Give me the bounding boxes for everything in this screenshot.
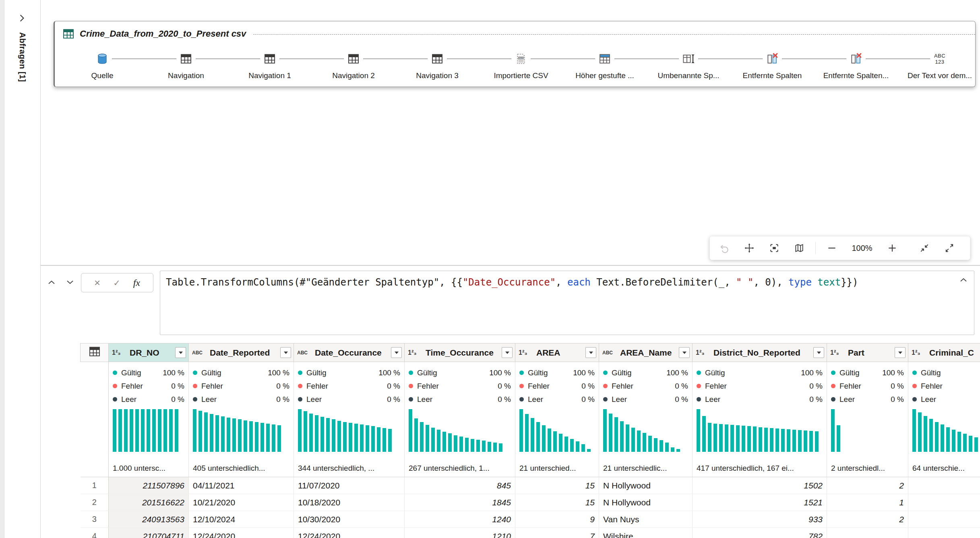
- column-filter-dropdown[interactable]: [175, 347, 186, 358]
- expand-all-button[interactable]: [941, 239, 958, 257]
- next-step-button[interactable]: [63, 276, 77, 288]
- query-step-umbenannte-sp[interactable]: Umbenannte Sp...: [647, 41, 730, 80]
- cell-AREA[interactable]: 15: [515, 477, 599, 494]
- cell-AREA_Name[interactable]: N Hollywood: [599, 494, 693, 511]
- cell-Date_Reported[interactable]: 04/11/2021: [189, 477, 294, 494]
- column-filter-dropdown[interactable]: [679, 347, 690, 358]
- query-step-navigation-3[interactable]: Navigation 3: [395, 41, 479, 80]
- minimap-button[interactable]: [790, 239, 808, 257]
- cell-Date_Reported[interactable]: 12/10/2024: [189, 511, 294, 528]
- query-step-quelle[interactable]: Quelle: [60, 41, 144, 80]
- text-type-icon[interactable]: ABC: [602, 350, 617, 356]
- row-number[interactable]: 4: [81, 528, 109, 538]
- row-number[interactable]: 1: [81, 477, 109, 494]
- cell-Date_Occurance[interactable]: 10/18/2020: [294, 494, 405, 511]
- value-distribution-chart[interactable]: [603, 409, 688, 452]
- query-step-importierte-csv[interactable]: CSVImportierte CSV: [479, 41, 563, 80]
- number-type-icon[interactable]: 1²₃: [696, 349, 710, 356]
- cell-Time_Occurance[interactable]: 1210: [405, 528, 515, 538]
- query-step-der-text-vor-dem[interactable]: ABC123Der Text vor dem...: [898, 41, 976, 80]
- previous-step-button[interactable]: [45, 276, 58, 288]
- cell-Criminal_C[interactable]: [908, 494, 980, 511]
- formula-text[interactable]: Table.TransformColumns(#"Geänderter Spal…: [166, 277, 858, 288]
- column-header-Time_Occurance[interactable]: 1²₃Time_Occurance: [405, 343, 515, 362]
- query-step-entfernte-spalten[interactable]: Entfernte Spalten...: [814, 41, 898, 80]
- cell-Criminal_C[interactable]: [908, 477, 980, 494]
- cell-AREA[interactable]: 7: [515, 528, 599, 538]
- value-distribution-chart[interactable]: [298, 409, 400, 452]
- cell-Date_Reported[interactable]: 10/21/2020: [189, 494, 294, 511]
- cell-District_No_Reported[interactable]: 933: [693, 511, 827, 528]
- column-header-AREA_Name[interactable]: ABCAREA_Name: [599, 343, 693, 362]
- select-all-table-button[interactable]: [81, 343, 109, 362]
- pan-to-center-button[interactable]: [740, 239, 758, 257]
- cell-Date_Reported[interactable]: 12/24/2020: [189, 528, 294, 538]
- query-step-navigation[interactable]: Navigation: [144, 41, 228, 80]
- undo-layout-button[interactable]: [715, 239, 733, 257]
- column-header-Criminal_C[interactable]: 1²₃Criminal_C: [908, 343, 980, 362]
- cell-AREA_Name[interactable]: N Hollywood: [599, 477, 693, 494]
- cell-AREA[interactable]: 9: [515, 511, 599, 528]
- column-header-AREA[interactable]: 1²₃AREA: [515, 343, 599, 362]
- cell-Date_Occurance[interactable]: 11/07/2020: [294, 477, 405, 494]
- cell-Date_Occurance[interactable]: 10/30/2020: [294, 511, 405, 528]
- number-type-icon[interactable]: 1²₃: [830, 349, 845, 356]
- value-distribution-chart[interactable]: [912, 409, 980, 452]
- zoom-out-button[interactable]: [823, 239, 841, 257]
- column-filter-dropdown[interactable]: [813, 347, 824, 358]
- cell-Time_Occurance[interactable]: 1240: [405, 511, 515, 528]
- value-distribution-chart[interactable]: [697, 409, 823, 452]
- query-step-entfernte-spalten[interactable]: Entfernte Spalten: [730, 41, 814, 80]
- value-distribution-chart[interactable]: [409, 409, 511, 452]
- cancel-formula-button[interactable]: ×: [94, 277, 100, 288]
- zoom-in-button[interactable]: [883, 239, 901, 257]
- cell-Criminal_C[interactable]: [908, 511, 980, 528]
- column-header-District_No_Reported[interactable]: 1²₃District_No_Reported: [693, 343, 827, 362]
- row-number[interactable]: 2: [81, 494, 109, 511]
- cell-District_No_Reported[interactable]: 782: [693, 528, 827, 538]
- query-step-navigation-1[interactable]: Navigation 1: [228, 41, 312, 80]
- collapse-all-button[interactable]: [916, 239, 933, 257]
- column-header-Part[interactable]: 1²₃Part: [827, 343, 908, 362]
- cell-Part[interactable]: 2: [827, 477, 908, 494]
- text-type-icon[interactable]: ABC: [192, 350, 207, 356]
- formula-input[interactable]: Table.TransformColumns(#"Geänderter Spal…: [160, 271, 974, 335]
- cell-DR_NO[interactable]: 240913563: [109, 511, 189, 528]
- query-step-höher-gestufte[interactable]: Höher gestufte ...: [563, 41, 647, 80]
- cell-AREA[interactable]: 15: [515, 494, 599, 511]
- value-distribution-chart[interactable]: [193, 409, 289, 452]
- expand-queries-pane-button[interactable]: [16, 12, 28, 24]
- column-filter-dropdown[interactable]: [895, 347, 906, 358]
- cell-Part[interactable]: 1: [827, 494, 908, 511]
- value-distribution-chart[interactable]: [831, 409, 904, 452]
- number-type-icon[interactable]: 1²₃: [519, 349, 533, 356]
- cell-District_No_Reported[interactable]: 1521: [693, 494, 827, 511]
- cell-AREA_Name[interactable]: Van Nuys: [599, 511, 693, 528]
- cell-Date_Occurance[interactable]: 12/24/2020: [294, 528, 405, 538]
- cell-DR_NO[interactable]: 211507896: [109, 477, 189, 494]
- cell-Part[interactable]: [827, 528, 908, 538]
- fit-to-screen-button[interactable]: [765, 239, 783, 257]
- collapse-formula-bar-button[interactable]: [959, 277, 968, 284]
- column-filter-dropdown[interactable]: [391, 347, 402, 358]
- column-filter-dropdown[interactable]: [280, 347, 291, 358]
- cell-District_No_Reported[interactable]: 1502: [693, 477, 827, 494]
- column-header-Date_Reported[interactable]: ABCDate_Reported: [189, 343, 294, 362]
- value-distribution-chart[interactable]: [113, 409, 184, 452]
- cell-DR_NO[interactable]: 201516622: [109, 494, 189, 511]
- number-type-icon[interactable]: 1²₃: [112, 349, 126, 356]
- cell-Time_Occurance[interactable]: 845: [405, 477, 515, 494]
- cell-Criminal_C[interactable]: [908, 528, 980, 538]
- column-header-Date_Occurance[interactable]: ABCDate_Occurance: [294, 343, 405, 362]
- query-node[interactable]: Crime_Data_from_2020_to_Present csv Quel…: [54, 21, 976, 87]
- cell-AREA_Name[interactable]: Wilshire: [599, 528, 693, 538]
- text-type-icon[interactable]: ABC: [297, 350, 312, 356]
- row-number[interactable]: 3: [81, 511, 109, 528]
- query-title[interactable]: Crime_Data_from_2020_to_Present csv: [80, 29, 246, 39]
- column-filter-dropdown[interactable]: [502, 347, 513, 358]
- cell-Part[interactable]: 2: [827, 511, 908, 528]
- zoom-level[interactable]: 100%: [848, 244, 876, 253]
- value-distribution-chart[interactable]: [519, 409, 595, 452]
- commit-formula-button[interactable]: ✓: [113, 279, 120, 287]
- column-filter-dropdown[interactable]: [585, 347, 596, 358]
